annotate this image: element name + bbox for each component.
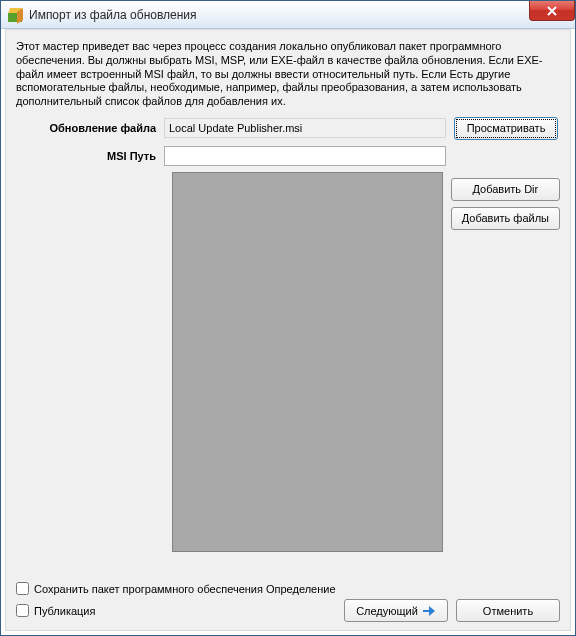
- arrow-right-icon: [422, 605, 436, 617]
- row-msi-path: MSI Путь: [16, 146, 560, 166]
- side-buttons: Добавить Dir Добавить файлы: [451, 172, 560, 552]
- bottom-area: Сохранить пакет программного обеспечения…: [16, 582, 560, 622]
- files-listbox[interactable]: [172, 172, 443, 552]
- checkbox-save-definition-row[interactable]: Сохранить пакет программного обеспечения…: [16, 582, 560, 595]
- next-button-label: Следующий: [356, 605, 418, 617]
- row-update-file: Обновление файла Просматривать: [16, 117, 560, 140]
- checkbox-publish[interactable]: [16, 604, 29, 617]
- window-title: Импорт из файла обновления: [29, 8, 197, 22]
- next-button[interactable]: Следующий: [344, 599, 448, 622]
- footer-row: Публикация Следующий Отменить: [16, 599, 560, 622]
- label-msi-path: MSI Путь: [16, 150, 164, 162]
- titlebar: Импорт из файла обновления: [1, 1, 575, 29]
- close-icon: [546, 6, 558, 16]
- middle-area: Добавить Dir Добавить файлы: [16, 172, 560, 552]
- cancel-button[interactable]: Отменить: [456, 599, 560, 622]
- checkbox-publish-row[interactable]: Публикация: [16, 604, 95, 617]
- add-dir-button[interactable]: Добавить Dir: [451, 178, 560, 201]
- content-area: Этот мастер приведет вас через процесс с…: [5, 29, 571, 631]
- checkbox-save-definition[interactable]: [16, 582, 29, 595]
- checkbox-publish-label: Публикация: [34, 605, 95, 617]
- label-update-file: Обновление файла: [16, 122, 164, 134]
- update-file-field[interactable]: [164, 118, 446, 138]
- package-icon: [7, 7, 23, 23]
- checkbox-save-definition-label: Сохранить пакет программного обеспечения…: [34, 583, 336, 595]
- dialog-window: Импорт из файла обновления Этот мастер п…: [0, 0, 576, 636]
- browse-button[interactable]: Просматривать: [454, 117, 558, 140]
- intro-text: Этот мастер приведет вас через процесс с…: [16, 40, 560, 109]
- add-files-button[interactable]: Добавить файлы: [451, 207, 560, 230]
- msi-path-field[interactable]: [164, 146, 446, 166]
- close-button[interactable]: [529, 1, 575, 21]
